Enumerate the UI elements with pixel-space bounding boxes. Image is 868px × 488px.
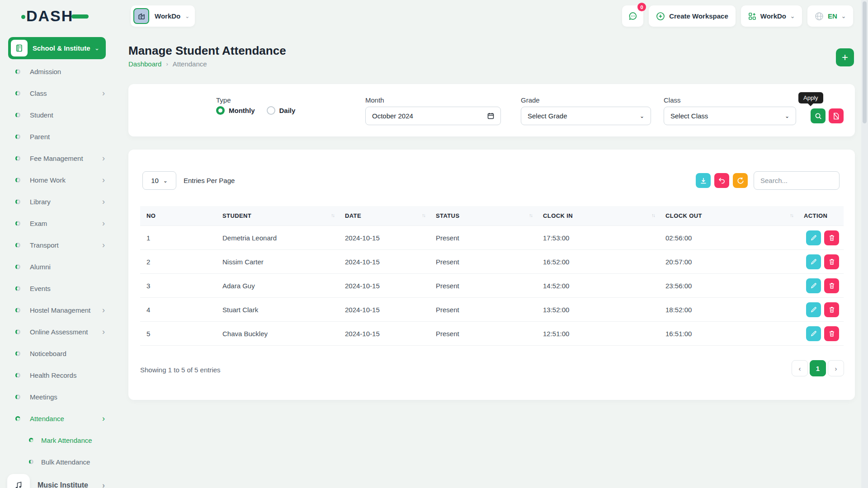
trash-icon <box>829 258 835 265</box>
table-search-input[interactable] <box>754 171 840 190</box>
entries-per-page-select[interactable]: 10 ⌄ <box>142 171 176 190</box>
sidebar-item-home-work[interactable]: Home Work› <box>0 169 117 191</box>
delete-button[interactable] <box>824 254 839 269</box>
table-row: 4 Stuart Clark 2024-10-15 Present 13:52:… <box>140 298 844 322</box>
month-input[interactable]: October 2024 <box>365 107 501 125</box>
pencil-icon <box>811 306 817 313</box>
sidebar-item-student[interactable]: Student <box>0 104 117 126</box>
chevron-right-icon: › <box>102 328 105 336</box>
calendar-icon <box>487 113 494 119</box>
delete-button[interactable] <box>824 278 839 293</box>
notification-badge: 0 <box>637 3 646 11</box>
sidebar-item-events[interactable]: Events <box>0 277 117 299</box>
col-clock-out[interactable]: CLOCK OUT↑↓ <box>659 206 797 226</box>
language-selector[interactable]: EN ⌄ <box>807 5 853 27</box>
col-date[interactable]: DATE↑↓ <box>339 206 429 226</box>
sidebar-item-mark-attendance[interactable]: Mark Attendance <box>0 429 117 451</box>
trash-icon <box>829 282 835 289</box>
radio-monthly[interactable]: Monthly <box>216 106 255 115</box>
chevron-right-icon: › <box>102 197 105 206</box>
workspace-selector[interactable]: WorkDo ⌄ <box>131 5 195 27</box>
sidebar-item-transport[interactable]: Transport› <box>0 234 117 256</box>
col-status[interactable]: STATUS↑↓ <box>429 206 537 226</box>
col-student[interactable]: STUDENT↑↓ <box>216 206 339 226</box>
delete-button[interactable] <box>824 230 839 245</box>
pagination-page-1[interactable]: 1 <box>810 360 826 376</box>
sort-icon[interactable]: ↑↓ <box>331 212 334 218</box>
chevron-down-icon: ⌄ <box>94 45 99 52</box>
sort-icon[interactable]: ↑↓ <box>529 212 532 218</box>
sidebar-item-hostel-management[interactable]: Hostel Management› <box>0 299 117 321</box>
sidebar-item-admission[interactable]: Admission <box>0 61 117 82</box>
sort-icon[interactable]: ↑↓ <box>422 212 425 218</box>
bullet-icon <box>15 113 20 117</box>
dash-logo[interactable]: DASH <box>26 7 73 25</box>
edit-button[interactable] <box>806 326 821 341</box>
edit-button[interactable] <box>806 254 821 269</box>
download-icon <box>700 177 707 184</box>
book-icon <box>11 40 28 56</box>
bullet-icon <box>15 134 20 139</box>
add-attendance-button[interactable]: + <box>836 48 854 66</box>
workdo-menu-button[interactable]: WorkDo ⌄ <box>741 5 802 27</box>
filter-panel: Type Monthly Daily Month October 2024 Gr… <box>128 84 855 136</box>
delete-button[interactable] <box>824 326 839 341</box>
sidebar-item-music-institute[interactable]: Music Institute › <box>0 473 117 488</box>
sidebar-item-parent[interactable]: Parent <box>0 126 117 147</box>
sidebar-item-alumni[interactable]: Alumni <box>0 256 117 277</box>
bullet-icon <box>15 394 20 399</box>
chevron-down-icon: ⌄ <box>785 113 789 119</box>
sidebar-item-exam[interactable]: Exam› <box>0 212 117 234</box>
workdo-menu-label: WorkDo <box>760 12 786 20</box>
export-download-button[interactable] <box>696 173 711 188</box>
sidebar-item-class[interactable]: Class› <box>0 82 117 104</box>
apply-search-button[interactable] <box>811 108 826 123</box>
sort-icon[interactable]: ↑↓ <box>651 212 655 218</box>
clear-filter-button[interactable] <box>829 108 844 123</box>
bullet-icon <box>15 221 20 226</box>
pagination-prev-button[interactable]: ‹ <box>792 360 808 376</box>
table-row: 1 Demetria Leonard 2024-10-15 Present 17… <box>140 226 844 250</box>
breadcrumb: Dashboard › Attendance <box>128 60 207 68</box>
workspace-type-button[interactable]: School & Institute ⌄ <box>8 37 106 59</box>
bullet-icon <box>29 438 33 442</box>
undo-button[interactable] <box>714 173 729 188</box>
pencil-icon <box>811 258 817 265</box>
pagination-next-button[interactable]: › <box>828 360 844 376</box>
edit-button[interactable] <box>806 278 821 293</box>
chevron-right-icon: › <box>166 61 168 67</box>
sidebar-item-fee-management[interactable]: Fee Management› <box>0 147 117 169</box>
workspace-type-label: School & Institute <box>28 44 94 52</box>
scrollbar[interactable] <box>861 0 868 488</box>
radio-unselected-icon <box>267 106 275 115</box>
radio-daily[interactable]: Daily <box>267 106 296 115</box>
sidebar-item-attendance[interactable]: Attendance› <box>0 408 117 429</box>
sidebar-item-meetings[interactable]: Meetings <box>0 386 117 408</box>
col-clock-in[interactable]: CLOCK IN↑↓ <box>537 206 659 226</box>
building-icon <box>133 8 149 24</box>
sidebar-item-bulk-attendance[interactable]: Bulk Attendance <box>0 451 117 473</box>
messages-button[interactable]: 0 <box>622 5 643 27</box>
breadcrumb-dashboard-link[interactable]: Dashboard <box>128 60 161 68</box>
create-workspace-label: Create Workspace <box>669 12 728 20</box>
edit-button[interactable] <box>806 230 821 245</box>
sidebar-item-library[interactable]: Library› <box>0 191 117 212</box>
bullet-icon <box>15 178 20 183</box>
class-select[interactable]: Select Class ⌄ <box>664 107 796 125</box>
sidebar-item-online-assessment[interactable]: Online Assessment› <box>0 321 117 343</box>
page-title: Manage Student Attendance <box>128 44 286 58</box>
entries-per-page-label: Entries Per Page <box>184 177 235 184</box>
edit-button[interactable] <box>806 302 821 317</box>
create-workspace-button[interactable]: Create Workspace <box>649 5 736 27</box>
scrollbar-thumb[interactable] <box>863 1 867 123</box>
delete-button[interactable] <box>824 302 839 317</box>
table-row: 5 Chava Buckley 2024-10-15 Present 12:51… <box>140 322 844 346</box>
sidebar-item-noticeboard[interactable]: Noticeboard <box>0 343 117 364</box>
sidebar: DASH School & Institute ⌄ Admission Clas… <box>0 0 117 488</box>
bullet-icon <box>15 351 20 356</box>
bullet-icon <box>15 243 20 248</box>
refresh-button[interactable] <box>733 173 748 188</box>
sort-icon[interactable]: ↑↓ <box>790 212 793 218</box>
sidebar-item-health-records[interactable]: Health Records <box>0 364 117 386</box>
grade-select[interactable]: Select Grade ⌄ <box>521 107 651 125</box>
